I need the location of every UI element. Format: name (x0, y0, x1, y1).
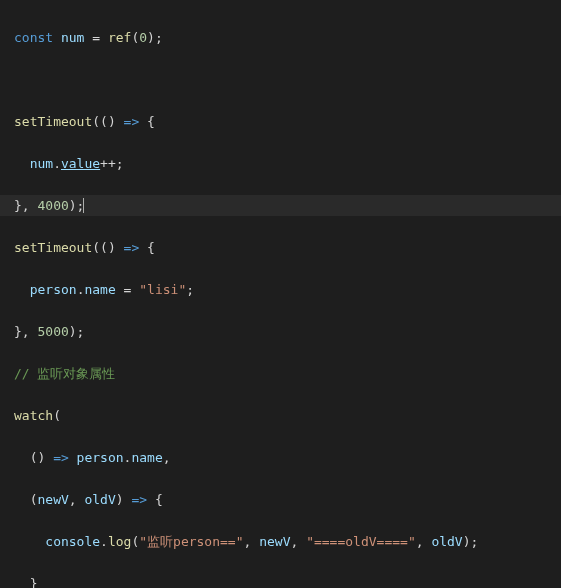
code-line: watch( (0, 405, 561, 426)
code-line: setTimeout(() => { (0, 237, 561, 258)
code-editor[interactable]: const num = ref(0); setTimeout(() => { n… (0, 0, 561, 588)
code-line (0, 69, 561, 90)
code-line: // 监听对象属性 (0, 363, 561, 384)
code-line: console.log("监听person==", newV, "====old… (0, 531, 561, 552)
code-line-active: }, 4000); (0, 195, 561, 216)
code-line: } (0, 573, 561, 588)
code-line: setTimeout(() => { (0, 111, 561, 132)
code-line: () => person.name, (0, 447, 561, 468)
code-line: num.value++; (0, 153, 561, 174)
code-line: }, 5000); (0, 321, 561, 342)
code-line: person.name = "lisi"; (0, 279, 561, 300)
code-line: (newV, oldV) => { (0, 489, 561, 510)
code-line: const num = ref(0); (0, 27, 561, 48)
